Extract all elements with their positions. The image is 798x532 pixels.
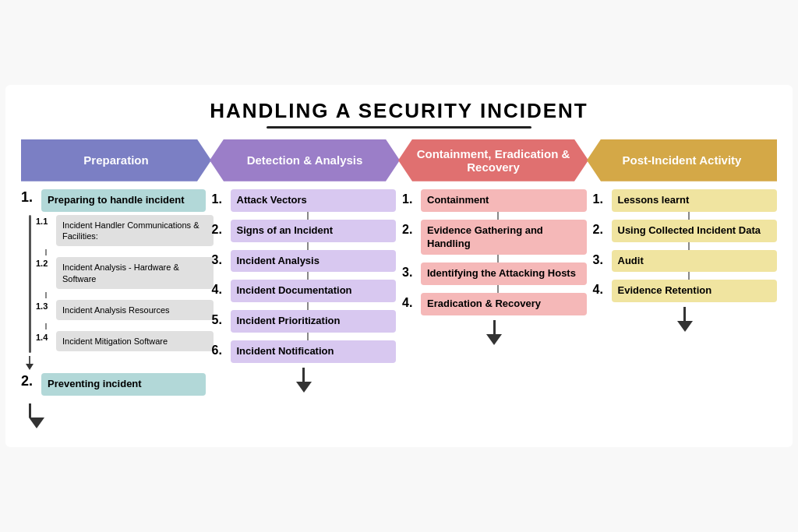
- detect-item-2-row: 2. Signs of an Incident: [212, 220, 397, 242]
- page-title: HANDLING A SECURITY INCIDENT: [21, 99, 777, 123]
- prep-subitem-1-2: Incident Analysis - Hardware & Software: [56, 257, 214, 289]
- post-items: 1. Lessons learnt 2. Using Collected Inc…: [593, 189, 778, 333]
- detection-column: 1. Attack Vectors 2. Signs of an Inciden…: [212, 189, 397, 393]
- detect-num-2: 2.: [212, 220, 231, 237]
- phase-preparation: Preparation: [21, 139, 211, 181]
- post-arrow: [593, 307, 778, 332]
- detect-item-1: Attack Vectors: [231, 189, 397, 212]
- post-item-3-row: 3. Audit: [593, 250, 778, 273]
- detect-num-1: 1.: [212, 189, 231, 206]
- prep-item-1: Preparing to handle incident: [41, 189, 206, 212]
- prep-subitem-1-4: Incident Mitigation Software: [56, 331, 214, 351]
- phases-row: Preparation Detection & Analysis Contain…: [21, 139, 777, 181]
- detect-item-1-row: 1. Attack Vectors: [212, 189, 397, 212]
- detect-item-5: Incident Prioritization: [231, 310, 397, 333]
- prep-num-1: 1.: [21, 189, 41, 206]
- post-item-1-row: 1. Lessons learnt: [593, 189, 778, 212]
- post-item-2: Using Collected Incident Data: [612, 220, 778, 242]
- detect-num-4: 4.: [212, 280, 231, 297]
- contain-item-3: Identifying the Attacking Hosts: [421, 262, 587, 285]
- post-item-4: Evidence Retention: [612, 280, 778, 302]
- detect-num-6: 6.: [212, 340, 231, 358]
- post-item-1: Lessons learnt: [612, 189, 778, 212]
- detect-item-6-row: 6. Incident Notification: [212, 340, 397, 363]
- containment-column: 1. Containment 2. Evidence Gathering and…: [402, 189, 587, 345]
- contain-item-4: Eradication & Recovery: [421, 293, 587, 315]
- detect-num-5: 5.: [212, 310, 231, 327]
- prep-subnum-1-3: 1.3: [36, 300, 56, 311]
- prep-left-bar: [29, 215, 31, 354]
- detect-item-5-row: 5. Incident Prioritization: [212, 310, 397, 333]
- contain-num-4: 4.: [402, 293, 421, 310]
- detect-item-6: Incident Notification: [231, 340, 397, 363]
- post-num-2: 2.: [593, 220, 612, 237]
- post-item-3: Audit: [612, 250, 778, 273]
- detect-num-3: 3.: [212, 250, 231, 267]
- prep-subnum-1-4: 1.4: [36, 331, 56, 342]
- contain-item-3-row: 3. Identifying the Attacking Hosts: [402, 262, 587, 285]
- detect-item-3-row: 3. Incident Analysis: [212, 250, 397, 273]
- prep-subnum-1-2: 1.2: [36, 257, 56, 268]
- post-item-2-row: 2. Using Collected Incident Data: [593, 220, 778, 242]
- post-num-1: 1.: [593, 189, 612, 206]
- contain-num-2: 2.: [402, 220, 421, 237]
- contain-item-2-row: 2. Evidence Gathering and Handling: [402, 220, 587, 255]
- phase-containment: Containment, Eradication & Recovery: [398, 139, 588, 181]
- post-num-3: 3.: [593, 250, 612, 267]
- contain-item-1-row: 1. Containment: [402, 189, 587, 212]
- contain-num-3: 3.: [402, 262, 421, 280]
- contain-num-1: 1.: [402, 189, 421, 206]
- detection-items: 1. Attack Vectors 2. Signs of an Inciden…: [212, 189, 397, 393]
- prep-subitems: 1.1 Incident Handler Communications & Fa…: [36, 215, 214, 354]
- detect-item-2: Signs of an Incident: [231, 220, 397, 242]
- page: HANDLING A SECURITY INCIDENT Preparation…: [5, 85, 793, 448]
- contain-item-4-row: 4. Eradication & Recovery: [402, 293, 587, 315]
- detect-item-4-row: 4. Incident Documentation: [212, 280, 397, 302]
- preparation-column: 1. Preparing to handle incident 1.1 Inci…: [21, 189, 206, 429]
- detect-arrow: [212, 368, 397, 393]
- post-item-4-row: 4. Evidence Retention: [593, 280, 778, 302]
- phase-post: Post-Incident Activity: [587, 139, 777, 181]
- title-underline: [267, 126, 531, 129]
- phase-detection: Detection & Analysis: [210, 139, 400, 181]
- post-num-4: 4.: [593, 280, 612, 297]
- columns-row: 1. Preparing to handle incident 1.1 Inci…: [21, 189, 777, 429]
- contain-item-2: Evidence Gathering and Handling: [421, 220, 587, 255]
- post-column: 1. Lessons learnt 2. Using Collected Inc…: [593, 189, 778, 333]
- prep-arrow: [29, 403, 214, 428]
- containment-items: 1. Containment 2. Evidence Gathering and…: [402, 189, 587, 345]
- contain-arrow: [402, 320, 587, 345]
- detect-item-3: Incident Analysis: [231, 250, 397, 273]
- prep-item-2: Preventing incident: [41, 373, 206, 396]
- detect-item-4: Incident Documentation: [231, 280, 397, 302]
- prep-num-2: 2.: [21, 373, 41, 389]
- prep-subitem-1-3: Incident Analysis Resources: [56, 300, 214, 320]
- prep-subnum-1-1: 1.1: [36, 215, 56, 226]
- contain-item-1: Containment: [421, 189, 587, 212]
- prep-subitem-1-1: Incident Handler Communications & Facili…: [56, 215, 214, 247]
